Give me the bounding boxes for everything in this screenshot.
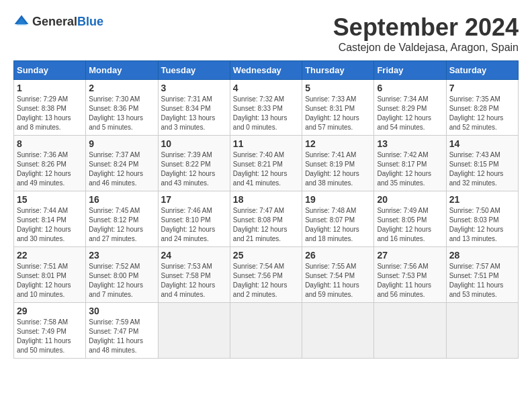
calendar-week-row: 8 Sunrise: 7:36 AMSunset: 8:26 PMDayligh… bbox=[14, 136, 519, 191]
calendar-cell: 22 Sunrise: 7:51 AMSunset: 8:01 PMDaylig… bbox=[14, 247, 86, 303]
day-number: 4 bbox=[233, 83, 299, 93]
calendar-cell: 9 Sunrise: 7:37 AMSunset: 8:24 PMDayligh… bbox=[86, 136, 158, 191]
day-number: 11 bbox=[233, 138, 299, 149]
day-number: 18 bbox=[233, 194, 299, 205]
day-of-week-header: Wednesday bbox=[230, 61, 302, 80]
day-detail: Sunrise: 7:42 AMSunset: 8:17 PMDaylight:… bbox=[377, 151, 431, 187]
day-number: 6 bbox=[377, 83, 443, 93]
day-of-week-header: Monday bbox=[86, 61, 158, 80]
calendar-cell: 15 Sunrise: 7:44 AMSunset: 8:14 PMDaylig… bbox=[14, 191, 86, 247]
calendar-cell: 29 Sunrise: 7:58 AMSunset: 7:49 PMDaylig… bbox=[14, 303, 86, 359]
day-detail: Sunrise: 7:40 AMSunset: 8:21 PMDaylight:… bbox=[233, 151, 287, 187]
calendar-table: SundayMondayTuesdayWednesdayThursdayFrid… bbox=[13, 60, 519, 359]
header: GeneralBlue September 2024 Castejon de V… bbox=[13, 13, 519, 54]
calendar-cell: 4 Sunrise: 7:32 AMSunset: 8:33 PMDayligh… bbox=[230, 80, 302, 136]
day-detail: Sunrise: 7:47 AMSunset: 8:08 PMDaylight:… bbox=[233, 207, 287, 242]
calendar-cell: 7 Sunrise: 7:35 AMSunset: 8:28 PMDayligh… bbox=[446, 80, 518, 136]
day-detail: Sunrise: 7:37 AMSunset: 8:24 PMDaylight:… bbox=[89, 151, 143, 187]
day-number: 8 bbox=[17, 138, 83, 149]
calendar-cell bbox=[446, 303, 518, 359]
day-detail: Sunrise: 7:51 AMSunset: 8:01 PMDaylight:… bbox=[17, 263, 71, 298]
day-number: 19 bbox=[305, 194, 371, 205]
day-number: 28 bbox=[449, 250, 515, 261]
calendar-cell: 17 Sunrise: 7:46 AMSunset: 8:10 PMDaylig… bbox=[158, 191, 230, 247]
calendar-cell: 26 Sunrise: 7:55 AMSunset: 7:54 PMDaylig… bbox=[302, 247, 374, 303]
day-detail: Sunrise: 7:41 AMSunset: 8:19 PMDaylight:… bbox=[305, 151, 359, 187]
calendar-week-row: 29 Sunrise: 7:58 AMSunset: 7:49 PMDaylig… bbox=[14, 303, 519, 359]
day-number: 27 bbox=[377, 250, 443, 261]
day-detail: Sunrise: 7:54 AMSunset: 7:56 PMDaylight:… bbox=[233, 263, 287, 298]
day-detail: Sunrise: 7:35 AMSunset: 8:28 PMDaylight:… bbox=[449, 95, 504, 131]
day-of-week-header: Sunday bbox=[14, 61, 86, 80]
logo-icon bbox=[13, 13, 30, 30]
calendar-cell: 28 Sunrise: 7:57 AMSunset: 7:51 PMDaylig… bbox=[446, 247, 518, 303]
calendar-header: SundayMondayTuesdayWednesdayThursdayFrid… bbox=[14, 61, 519, 80]
day-number: 9 bbox=[89, 138, 154, 149]
day-detail: Sunrise: 7:46 AMSunset: 8:10 PMDaylight:… bbox=[161, 207, 216, 242]
calendar-cell: 6 Sunrise: 7:34 AMSunset: 8:29 PMDayligh… bbox=[374, 80, 446, 136]
day-detail: Sunrise: 7:52 AMSunset: 8:00 PMDaylight:… bbox=[89, 263, 143, 298]
calendar-cell: 16 Sunrise: 7:45 AMSunset: 8:12 PMDaylig… bbox=[86, 191, 158, 247]
calendar-week-row: 1 Sunrise: 7:29 AMSunset: 8:38 PMDayligh… bbox=[14, 80, 519, 136]
day-number: 2 bbox=[89, 83, 154, 93]
day-detail: Sunrise: 7:50 AMSunset: 8:03 PMDaylight:… bbox=[449, 207, 504, 242]
day-number: 29 bbox=[17, 306, 83, 316]
day-number: 21 bbox=[449, 194, 515, 205]
day-number: 13 bbox=[377, 138, 443, 149]
day-detail: Sunrise: 7:58 AMSunset: 7:49 PMDaylight:… bbox=[17, 318, 71, 354]
day-number: 1 bbox=[17, 83, 83, 93]
day-number: 5 bbox=[305, 83, 371, 93]
day-number: 26 bbox=[305, 250, 371, 261]
day-detail: Sunrise: 7:53 AMSunset: 7:58 PMDaylight:… bbox=[161, 263, 216, 298]
calendar-cell: 11 Sunrise: 7:40 AMSunset: 8:21 PMDaylig… bbox=[230, 136, 302, 191]
day-number: 12 bbox=[305, 138, 371, 149]
day-number: 23 bbox=[89, 250, 154, 261]
calendar-cell bbox=[302, 303, 374, 359]
calendar-cell: 30 Sunrise: 7:59 AMSunset: 7:47 PMDaylig… bbox=[86, 303, 158, 359]
logo: GeneralBlue bbox=[13, 13, 103, 30]
calendar-cell: 18 Sunrise: 7:47 AMSunset: 8:08 PMDaylig… bbox=[230, 191, 302, 247]
calendar-cell: 3 Sunrise: 7:31 AMSunset: 8:34 PMDayligh… bbox=[158, 80, 230, 136]
day-number: 3 bbox=[161, 83, 227, 93]
day-of-week-header: Tuesday bbox=[158, 61, 230, 80]
calendar-cell: 2 Sunrise: 7:30 AMSunset: 8:36 PMDayligh… bbox=[86, 80, 158, 136]
day-number: 17 bbox=[161, 194, 227, 205]
calendar-cell: 12 Sunrise: 7:41 AMSunset: 8:19 PMDaylig… bbox=[302, 136, 374, 191]
day-of-week-header: Friday bbox=[374, 61, 446, 80]
day-number: 14 bbox=[449, 138, 515, 149]
calendar-body: 1 Sunrise: 7:29 AMSunset: 8:38 PMDayligh… bbox=[14, 80, 519, 359]
calendar-week-row: 15 Sunrise: 7:44 AMSunset: 8:14 PMDaylig… bbox=[14, 191, 519, 247]
calendar-cell bbox=[374, 303, 446, 359]
day-detail: Sunrise: 7:59 AMSunset: 7:47 PMDaylight:… bbox=[89, 318, 143, 354]
day-number: 16 bbox=[89, 194, 154, 205]
day-number: 22 bbox=[17, 250, 83, 261]
day-detail: Sunrise: 7:49 AMSunset: 8:05 PMDaylight:… bbox=[377, 207, 431, 242]
day-number: 30 bbox=[89, 306, 154, 316]
day-detail: Sunrise: 7:29 AMSunset: 8:38 PMDaylight:… bbox=[17, 95, 71, 131]
day-detail: Sunrise: 7:43 AMSunset: 8:15 PMDaylight:… bbox=[449, 151, 504, 187]
day-detail: Sunrise: 7:45 AMSunset: 8:12 PMDaylight:… bbox=[89, 207, 143, 242]
day-detail: Sunrise: 7:30 AMSunset: 8:36 PMDaylight:… bbox=[89, 95, 143, 131]
day-detail: Sunrise: 7:57 AMSunset: 7:51 PMDaylight:… bbox=[449, 263, 504, 298]
calendar-cell: 20 Sunrise: 7:49 AMSunset: 8:05 PMDaylig… bbox=[374, 191, 446, 247]
calendar-cell: 8 Sunrise: 7:36 AMSunset: 8:26 PMDayligh… bbox=[14, 136, 86, 191]
day-of-week-header: Thursday bbox=[302, 61, 374, 80]
calendar-week-row: 22 Sunrise: 7:51 AMSunset: 8:01 PMDaylig… bbox=[14, 247, 519, 303]
day-detail: Sunrise: 7:32 AMSunset: 8:33 PMDaylight:… bbox=[233, 95, 287, 131]
day-number: 7 bbox=[449, 83, 515, 93]
day-detail: Sunrise: 7:39 AMSunset: 8:22 PMDaylight:… bbox=[161, 151, 216, 187]
day-number: 20 bbox=[377, 194, 443, 205]
calendar-cell: 27 Sunrise: 7:56 AMSunset: 7:53 PMDaylig… bbox=[374, 247, 446, 303]
calendar-cell: 23 Sunrise: 7:52 AMSunset: 8:00 PMDaylig… bbox=[86, 247, 158, 303]
day-detail: Sunrise: 7:56 AMSunset: 7:53 PMDaylight:… bbox=[377, 263, 431, 298]
calendar-title: September 2024 bbox=[333, 13, 519, 42]
day-number: 25 bbox=[233, 250, 299, 261]
logo-text: GeneralBlue bbox=[32, 15, 103, 29]
calendar-cell: 24 Sunrise: 7:53 AMSunset: 7:58 PMDaylig… bbox=[158, 247, 230, 303]
title-block: September 2024 Castejon de Valdejasa, Ar… bbox=[333, 13, 519, 54]
day-detail: Sunrise: 7:44 AMSunset: 8:14 PMDaylight:… bbox=[17, 207, 71, 242]
calendar-cell: 25 Sunrise: 7:54 AMSunset: 7:56 PMDaylig… bbox=[230, 247, 302, 303]
calendar-cell: 5 Sunrise: 7:33 AMSunset: 8:31 PMDayligh… bbox=[302, 80, 374, 136]
day-detail: Sunrise: 7:33 AMSunset: 8:31 PMDaylight:… bbox=[305, 95, 359, 131]
day-number: 24 bbox=[161, 250, 227, 261]
